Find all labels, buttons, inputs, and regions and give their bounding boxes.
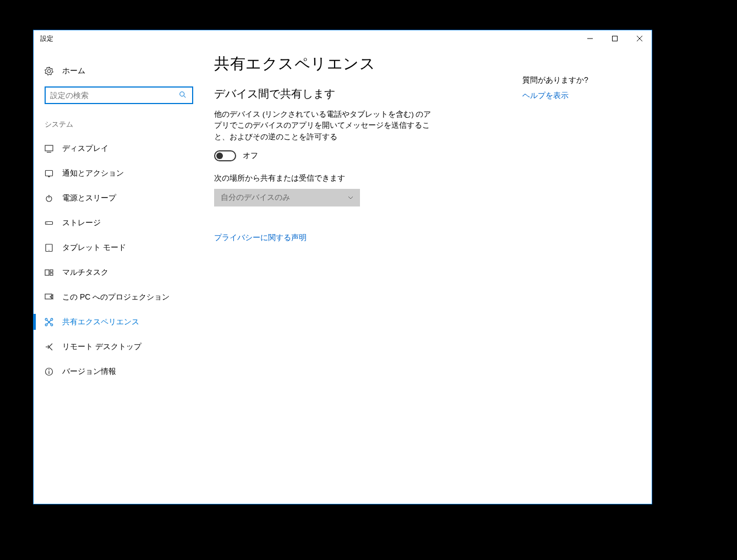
sidebar-item-label: リモート デスクトップ (62, 342, 141, 352)
home-button[interactable]: ホーム (34, 59, 201, 83)
display-icon (45, 144, 53, 153)
shared-experiences-icon (45, 318, 53, 327)
category-header: システム (34, 114, 201, 136)
svg-line-27 (50, 347, 52, 350)
privacy-link[interactable]: プライバシーに関する声明 (214, 233, 307, 243)
sidebar-item-label: バージョン情報 (62, 367, 116, 377)
help-pane: 質問がありますか? ヘルプを表示 (511, 53, 638, 491)
svg-rect-16 (50, 270, 53, 272)
toggle-row: オフ (214, 150, 511, 161)
svg-rect-1 (612, 36, 617, 41)
sidebar-item-label: 共有エクスペリエンス (62, 317, 139, 327)
sidebar-item-about[interactable]: バージョン情報 (34, 359, 201, 384)
main-content: 共有エクスペリエンス デバイス間で共有します 他のデバイス (リンクされている電… (201, 47, 652, 504)
window-title: 設定 (40, 34, 53, 44)
sidebar-item-label: ストレージ (62, 218, 101, 228)
tablet-icon (45, 243, 53, 252)
svg-point-12 (46, 222, 47, 224)
sidebar-item-multitask[interactable]: マルチタスク (34, 260, 201, 285)
svg-point-30 (48, 369, 50, 370)
svg-point-21 (45, 324, 47, 326)
svg-rect-17 (50, 273, 53, 275)
sidebar-item-display[interactable]: ディスプレイ (34, 136, 201, 161)
projection-icon (45, 293, 53, 302)
home-label: ホーム (62, 66, 85, 76)
svg-rect-8 (46, 170, 53, 176)
sidebar-item-notifications[interactable]: 通知とアクション (34, 161, 201, 186)
sidebar-item-label: ディスプレイ (62, 144, 108, 154)
close-icon (637, 36, 642, 41)
page-title: 共有エクスペリエンス (214, 53, 511, 74)
sidebar-item-label: タブレット モード (62, 243, 126, 253)
maximize-button[interactable] (602, 30, 627, 47)
share-from-label: 次の場所から共有または受信できます (214, 173, 511, 183)
maximize-icon (612, 36, 618, 41)
search-input[interactable] (50, 91, 179, 100)
remote-desktop-icon (45, 342, 53, 351)
info-icon (45, 367, 53, 376)
sidebar-item-power[interactable]: 電源とスリープ (34, 186, 201, 210)
sidebar-item-remote-desktop[interactable]: リモート デスクトップ (34, 334, 201, 359)
sidebar-item-label: 通知とアクション (62, 168, 124, 178)
search-icon (179, 91, 188, 100)
multitask-icon (45, 268, 53, 277)
close-button[interactable] (627, 30, 652, 47)
svg-rect-6 (45, 145, 53, 151)
titlebar[interactable]: 設定 (34, 30, 652, 47)
storage-icon (45, 219, 53, 227)
svg-rect-15 (45, 270, 49, 275)
sidebar-item-projection[interactable]: この PC へのプロジェクション (34, 285, 201, 309)
gear-icon (45, 67, 53, 75)
minimize-button[interactable] (577, 30, 602, 47)
sidebar-item-storage[interactable]: ストレージ (34, 210, 201, 235)
content: ホーム システム ディスプレイ 通知とアクション (34, 47, 652, 504)
settings-window: 設定 ホーム (33, 30, 652, 504)
sidebar-item-shared-experiences[interactable]: 共有エクスペリエンス (34, 309, 201, 334)
svg-line-26 (50, 344, 52, 346)
svg-line-5 (184, 95, 186, 97)
sidebar: ホーム システム ディスプレイ 通知とアクション (34, 47, 201, 504)
svg-point-22 (51, 324, 53, 326)
sidebar-item-tablet[interactable]: タブレット モード (34, 235, 201, 260)
svg-point-14 (48, 249, 49, 250)
svg-point-20 (51, 318, 53, 320)
select-value: 自分のデバイスのみ (221, 193, 290, 203)
svg-point-4 (180, 91, 184, 96)
toggle-state-label: オフ (243, 151, 258, 161)
section-title-share-between: デバイス間で共有します (214, 86, 511, 101)
share-toggle[interactable] (214, 150, 236, 161)
section-desc: 他のデバイス (リンクされている電話やタブレットを含む) のアプリでこのデバイス… (214, 109, 437, 143)
share-from-select[interactable]: 自分のデバイスのみ (214, 189, 360, 206)
search-box[interactable] (45, 86, 193, 104)
chevron-down-icon (348, 194, 353, 200)
notifications-icon (45, 169, 53, 178)
minimize-icon (587, 36, 593, 41)
power-icon (45, 194, 53, 203)
sidebar-item-label: この PC へのプロジェクション (62, 292, 170, 302)
main-left: 共有エクスペリエンス デバイス間で共有します 他のデバイス (リンクされている電… (214, 53, 511, 491)
help-link[interactable]: ヘルプを表示 (522, 91, 569, 101)
help-heading: 質問がありますか? (522, 75, 638, 85)
search-wrap (34, 83, 201, 114)
sidebar-item-label: 電源とスリープ (62, 193, 116, 203)
svg-point-19 (45, 318, 47, 320)
sidebar-item-label: マルチタスク (62, 268, 108, 278)
